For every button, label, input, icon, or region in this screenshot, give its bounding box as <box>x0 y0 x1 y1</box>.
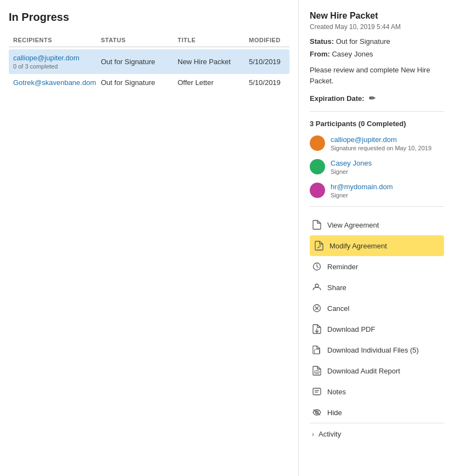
participant-info: calliope@jupiter.dom Signature requested… <box>331 135 431 151</box>
title-cell: Offer Letter <box>178 78 249 87</box>
download-individual-label: Download Individual Files (5) <box>327 346 419 354</box>
detail-status-row: Status: Out for Signature <box>310 37 444 46</box>
notes-icon <box>312 387 322 396</box>
participant-item: hr@mydomain.dom Signer <box>310 183 444 199</box>
page-title: In Progress <box>9 11 289 24</box>
expiration-row: Expiration Date: ✏ <box>310 94 444 103</box>
participant-sub: Signature requested on May 10, 2019 <box>331 145 431 151</box>
cancel-button[interactable]: Cancel <box>310 298 444 319</box>
notes-button[interactable]: Notes <box>310 381 444 402</box>
divider <box>310 111 444 112</box>
col-header-status: STATUS <box>101 37 178 43</box>
notes-label: Notes <box>327 388 346 396</box>
from-value: Casey Jones <box>332 50 373 58</box>
right-panel: New Hire Packet Created May 10, 2019 5:4… <box>299 0 455 476</box>
title-cell: New Hire Packet <box>178 54 249 70</box>
svg-rect-8 <box>313 388 321 395</box>
avatar <box>310 159 325 174</box>
recipient-cell: Gotrek@skavenbane.dom <box>13 78 101 87</box>
download-audit-label: Download Audit Report <box>327 367 400 375</box>
detail-title: New Hire Packet <box>310 11 444 21</box>
actions-section: View Agreement Modify Agreement <box>310 214 444 423</box>
recipient-cell: calliope@jupiter.dom 0 of 3 completed <box>13 54 101 70</box>
reminder-label: Reminder <box>327 263 358 271</box>
participant-name: hr@mydomain.dom <box>331 183 393 191</box>
avatar <box>310 135 325 151</box>
participants-title: 3 Participants (0 Completed) <box>310 120 444 128</box>
participant-info: hr@mydomain.dom Signer <box>331 183 393 199</box>
divider <box>310 206 444 207</box>
share-icon <box>312 282 322 292</box>
cancel-label: Cancel <box>327 304 349 313</box>
status-value: Out for Signature <box>336 37 390 46</box>
col-header-modified: MODIFIED <box>249 37 304 43</box>
view-agreement-label: View Agreement <box>327 221 379 229</box>
avatar <box>310 183 325 198</box>
recipient-sub: 0 of 3 completed <box>13 63 101 70</box>
participant-sub: Signer <box>331 192 393 199</box>
svg-rect-1 <box>315 284 318 287</box>
reminder-button[interactable]: Reminder <box>310 256 444 277</box>
view-agreement-button[interactable]: View Agreement <box>310 214 444 235</box>
left-panel: In Progress RECIPIENTS STATUS TITLE MODI… <box>0 0 299 476</box>
audit-icon <box>312 366 322 376</box>
download-audit-button[interactable]: Download Audit Report <box>310 360 444 381</box>
detail-from-row: From: Casey Jones <box>310 50 444 58</box>
participant-name: Casey Jones <box>331 159 372 167</box>
participant-item: Casey Jones Signer <box>310 159 444 175</box>
participant-sub: Signer <box>331 168 372 175</box>
download-pdf-button[interactable]: Download PDF <box>310 319 444 339</box>
download-individual-button[interactable]: Download Individual Files (5) <box>310 339 444 360</box>
hide-button[interactable]: Hide <box>310 402 444 423</box>
hide-icon <box>312 407 322 417</box>
chevron-right-icon: › <box>312 430 314 438</box>
participant-info: Casey Jones Signer <box>331 159 372 175</box>
clock-icon <box>312 262 322 271</box>
detail-created: Created May 10, 2019 5:44 AM <box>310 23 444 31</box>
status-cell: Out for Signature <box>101 78 178 87</box>
modify-agreement-label: Modify Agreement <box>329 242 387 250</box>
table-row[interactable]: Gotrek@skavenbane.dom Out for Signature … <box>9 74 289 91</box>
hide-label: Hide <box>327 409 342 417</box>
modify-agreement-button[interactable]: Modify Agreement <box>310 235 444 256</box>
participant-name: calliope@jupiter.dom <box>331 135 431 144</box>
cancel-icon <box>312 303 322 313</box>
download-files-icon <box>312 345 322 355</box>
share-button[interactable]: Share <box>310 277 444 298</box>
download-pdf-label: Download PDF <box>327 325 375 333</box>
activity-label: Activity <box>318 430 341 438</box>
activity-row[interactable]: › Activity <box>310 423 444 445</box>
modified-cell: 5/10/2019 <box>249 78 304 87</box>
modified-cell: 5/10/2019 <box>249 54 304 70</box>
detail-message: Please review and complete New Hire Pack… <box>310 65 444 86</box>
status-cell: Out for Signature <box>101 54 178 70</box>
status-label: Status: <box>310 37 334 46</box>
recipient-email: Gotrek@skavenbane.dom <box>13 78 101 87</box>
download-pdf-icon <box>312 324 322 334</box>
table-row[interactable]: calliope@jupiter.dom 0 of 3 completed Ou… <box>9 49 289 74</box>
table-header: RECIPIENTS STATUS TITLE MODIFIED <box>9 33 289 47</box>
col-header-recipients: RECIPIENTS <box>13 37 101 43</box>
from-label: From: <box>310 50 330 58</box>
share-label: Share <box>327 284 346 292</box>
col-header-title: TITLE <box>178 37 249 43</box>
participant-item: calliope@jupiter.dom Signature requested… <box>310 135 444 151</box>
file-edit-icon <box>314 241 324 251</box>
expiration-label: Expiration Date: <box>310 94 365 103</box>
file-icon <box>312 220 322 230</box>
recipient-email: calliope@jupiter.dom <box>13 54 101 62</box>
edit-expiration-icon[interactable]: ✏ <box>369 94 376 103</box>
